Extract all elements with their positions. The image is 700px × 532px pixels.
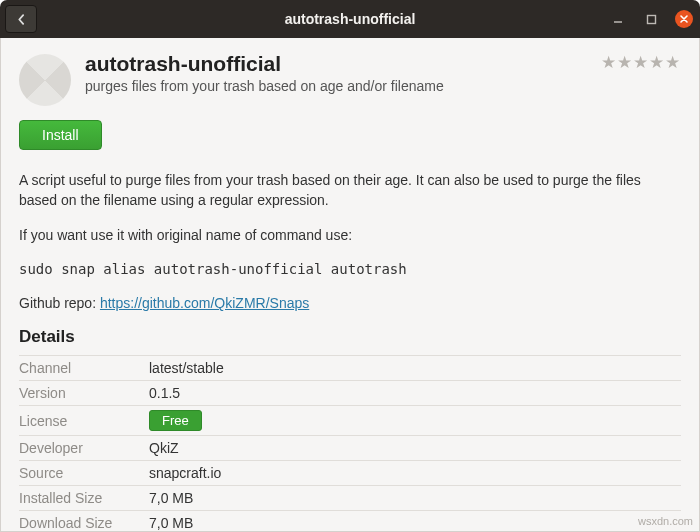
maximize-icon [646, 14, 657, 25]
detail-label: Developer [19, 436, 149, 461]
detail-value: 7,0 MB [149, 511, 681, 532]
repo-prefix: Github repo: [19, 295, 100, 311]
app-title-block: autotrash-unofficial purges files from y… [85, 52, 444, 94]
details-heading: Details [19, 327, 681, 347]
detail-row-download-size: Download Size 7,0 MB [19, 511, 681, 532]
detail-row-version: Version 0.1.5 [19, 381, 681, 406]
detail-value: QkiZ [149, 436, 681, 461]
app-icon [19, 54, 71, 106]
detail-row-license: License Free [19, 406, 681, 436]
app-header: autotrash-unofficial purges files from y… [19, 52, 681, 106]
detail-value: 0.1.5 [149, 381, 681, 406]
rating-stars[interactable]: ★★★★★ [601, 52, 681, 73]
window-controls [609, 0, 693, 38]
detail-label: Source [19, 461, 149, 486]
detail-label: Version [19, 381, 149, 406]
close-button[interactable] [675, 10, 693, 28]
description: A script useful to purge files from your… [19, 170, 681, 313]
description-paragraph: If you want use it with original name of… [19, 225, 681, 245]
details-table: Channel latest/stable Version 0.1.5 Lice… [19, 355, 681, 532]
minimize-button[interactable] [609, 10, 627, 28]
command-snippet: sudo snap alias autotrash-unofficial aut… [19, 259, 681, 279]
detail-row-developer: Developer QkiZ [19, 436, 681, 461]
close-icon [679, 14, 689, 24]
maximize-button[interactable] [642, 10, 660, 28]
svg-rect-0 [647, 15, 655, 23]
install-button[interactable]: Install [19, 120, 102, 150]
detail-label: Download Size [19, 511, 149, 532]
repo-line: Github repo: https://github.com/QkiZMR/S… [19, 293, 681, 313]
window-title: autotrash-unofficial [0, 11, 700, 27]
detail-label: Installed Size [19, 486, 149, 511]
minimize-icon [612, 13, 624, 25]
page: autotrash-unofficial purges files from y… [0, 38, 700, 532]
description-paragraph: A script useful to purge files from your… [19, 170, 681, 211]
detail-label: Channel [19, 356, 149, 381]
titlebar: autotrash-unofficial [0, 0, 700, 38]
app-subtitle: purges files from your trash based on ag… [85, 78, 444, 94]
detail-row-channel: Channel latest/stable [19, 356, 681, 381]
detail-value: snapcraft.io [149, 461, 681, 486]
back-button[interactable] [5, 5, 37, 33]
detail-value: 7,0 MB [149, 486, 681, 511]
detail-value: latest/stable [149, 356, 681, 381]
repo-link[interactable]: https://github.com/QkiZMR/Snaps [100, 295, 309, 311]
detail-row-source: Source snapcraft.io [19, 461, 681, 486]
detail-row-installed-size: Installed Size 7,0 MB [19, 486, 681, 511]
app-name: autotrash-unofficial [85, 52, 444, 76]
detail-value: Free [149, 406, 681, 436]
license-badge: Free [149, 410, 202, 431]
chevron-left-icon [16, 14, 27, 25]
detail-label: License [19, 406, 149, 436]
